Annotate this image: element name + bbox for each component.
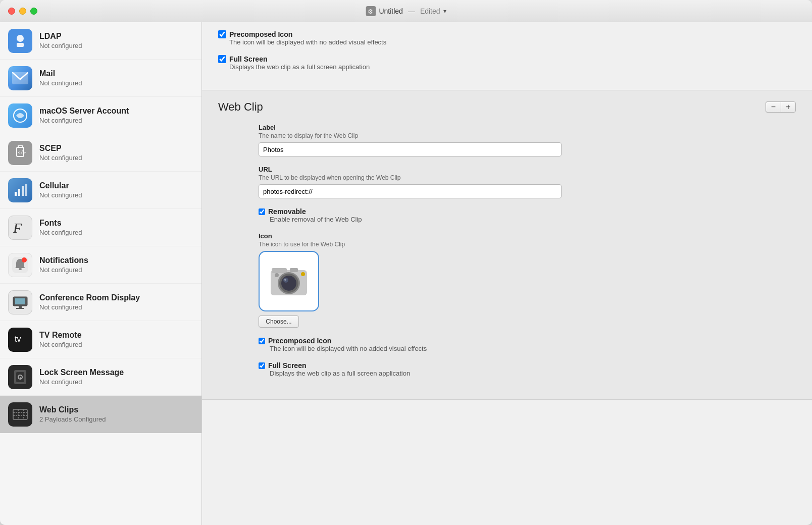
fonts-title: Fonts [39, 219, 82, 228]
svg-point-36 [284, 279, 286, 281]
sidebar-item-ldap[interactable]: LDAP Not configured [0, 22, 201, 60]
title-text: Untitled [379, 7, 402, 15]
svg-point-34 [281, 276, 296, 291]
minimize-button[interactable] [19, 8, 26, 15]
svg-rect-18 [19, 306, 22, 308]
sidebar-item-notifications[interactable]: Notifications Not configured [0, 246, 201, 284]
svg-point-37 [301, 272, 305, 276]
removable-label[interactable]: Removable [259, 207, 796, 216]
fullscreen-top-checkbox[interactable] [218, 55, 226, 63]
precomposed-desc: The icon will be displayed with no added… [270, 345, 796, 352]
precomposed-top-desc: The icon will be displayed with no added… [229, 38, 796, 46]
svg-text:⚙: ⚙ [368, 8, 373, 15]
webclips-text: Web Clips 2 Payloads Configured [39, 405, 106, 423]
removable-title: Removable [268, 207, 306, 216]
cellular-text: Cellular Not configured [39, 181, 82, 199]
right-panel: Precomposed Icon The icon will be displa… [202, 22, 812, 525]
lock-title: Lock Screen Message [39, 368, 124, 377]
section-header: Web Clip − + [218, 100, 796, 114]
icon-preview-area: Choose... [259, 251, 796, 328]
fullscreen-checkbox[interactable] [259, 362, 265, 369]
svg-rect-11 [25, 184, 27, 196]
main-content: LDAP Not configured Mail Not configured [0, 22, 812, 525]
maximize-button[interactable] [30, 8, 37, 15]
url-input[interactable] [259, 184, 562, 198]
ldap-subtitle: Not configured [39, 42, 82, 49]
titlebar: ⚙ Untitled — Edited ▾ [0, 0, 812, 22]
precomposed-field: Precomposed Icon The icon will be displa… [259, 337, 796, 352]
ldap-text: LDAP Not configured [39, 32, 82, 49]
ldap-title: LDAP [39, 32, 82, 41]
removable-desc: Enable removal of the Web Clip [270, 216, 796, 223]
fullscreen-top-field: Full Screen Displays the web clip as a f… [218, 55, 796, 71]
precomposed-title: Precomposed Icon [268, 337, 331, 345]
label-input[interactable] [259, 142, 562, 156]
precomposed-top-checkbox[interactable] [218, 30, 226, 38]
ldap-icon [8, 29, 32, 53]
svg-rect-8 [15, 192, 17, 196]
title-separator: — [408, 7, 415, 15]
svg-rect-3 [17, 43, 24, 47]
svg-point-15 [22, 257, 27, 262]
sidebar-item-cellular[interactable]: Cellular Not configured [0, 172, 201, 209]
fullscreen-top-title: Full Screen [229, 55, 267, 63]
tv-subtitle: Not configured [39, 341, 82, 348]
precomposed-top-field: Precomposed Icon The icon will be displa… [218, 30, 796, 46]
mail-subtitle: Not configured [39, 79, 82, 87]
fullscreen-field: Full Screen Displays the web clip as a f… [259, 361, 796, 377]
sidebar-item-fonts[interactable]: F Fonts Not configured [0, 209, 201, 246]
removable-checkbox[interactable] [259, 208, 265, 215]
lock-subtitle: Not configured [39, 378, 124, 386]
label-field: Label The name to display for the Web Cl… [259, 124, 796, 156]
sidebar-item-macos[interactable]: macOS Server Account Not configured [0, 97, 201, 134]
sidebar-item-lock[interactable]: Lock Screen Message Not configured [0, 358, 201, 396]
sidebar-item-conference[interactable]: Conference Room Display Not configured [0, 284, 201, 321]
webclips-title: Web Clips [39, 405, 106, 414]
add-button[interactable]: + [781, 101, 796, 113]
svg-rect-19 [16, 308, 24, 309]
notifications-icon [8, 253, 32, 277]
macos-title: macOS Server Account [39, 107, 129, 116]
sidebar-item-webclips[interactable]: Web Clips 2 Payloads Configured [0, 396, 201, 433]
close-button[interactable] [8, 8, 15, 15]
cellular-icon [8, 178, 32, 202]
icon-field-label: Icon [259, 232, 796, 240]
sidebar: LDAP Not configured Mail Not configured [0, 22, 202, 525]
fonts-text: Fonts Not configured [39, 219, 82, 236]
cellular-title: Cellular [39, 181, 82, 190]
svg-rect-31 [272, 268, 287, 273]
notifications-title: Notifications [39, 256, 88, 265]
svg-rect-24 [20, 377, 21, 380]
form-grid: Label The name to display for the Web Cl… [218, 124, 796, 377]
fullscreen-top-label[interactable]: Full Screen [218, 55, 796, 63]
scep-icon: </> [8, 141, 32, 165]
label-field-desc: The name to display for the Web Clip [259, 132, 796, 139]
macos-text: macOS Server Account Not configured [39, 107, 129, 124]
fonts-icon: F [8, 216, 32, 240]
precomposed-checkbox[interactable] [259, 338, 265, 344]
main-window: ⚙ Untitled — Edited ▾ LDAP Not configure… [0, 0, 812, 525]
svg-point-39 [275, 273, 279, 277]
scep-title: SCEP [39, 144, 82, 153]
sidebar-item-tv[interactable]: tv TV Remote Not configured [0, 321, 201, 358]
top-previous-section: Precomposed Icon The icon will be displa… [202, 22, 812, 90]
url-field-desc: The URL to be displayed when opening the… [259, 174, 796, 181]
dropdown-icon[interactable]: ▾ [443, 8, 446, 15]
precomposed-label[interactable]: Precomposed Icon [259, 337, 796, 345]
icon-field: Icon The icon to use for the Web Clip [259, 232, 796, 328]
scep-subtitle: Not configured [39, 154, 82, 162]
fullscreen-label[interactable]: Full Screen [259, 361, 796, 370]
url-field: URL The URL to be displayed when opening… [259, 166, 796, 198]
sidebar-item-mail[interactable]: Mail Not configured [0, 60, 201, 97]
lock-icon [8, 365, 32, 389]
sidebar-item-scep[interactable]: </> SCEP Not configured [0, 134, 201, 172]
conference-icon [8, 290, 32, 314]
remove-button[interactable]: − [766, 101, 781, 113]
cellular-subtitle: Not configured [39, 191, 82, 199]
section-title: Web Clip [218, 100, 263, 114]
traffic-lights [8, 8, 37, 15]
conference-title: Conference Room Display [39, 293, 140, 302]
conference-text: Conference Room Display Not configured [39, 293, 140, 311]
precomposed-top-label[interactable]: Precomposed Icon [218, 30, 796, 38]
choose-button[interactable]: Choose... [259, 316, 299, 328]
